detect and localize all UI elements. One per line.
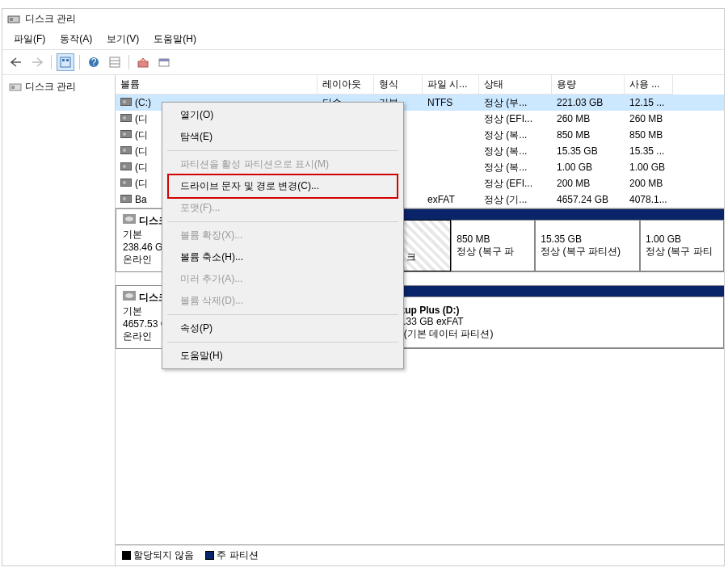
menu-item[interactable]: 볼륨 축소(H)...	[164, 246, 402, 268]
disk-icon	[123, 214, 136, 224]
tree-icon	[9, 82, 22, 93]
volume-icon	[120, 98, 132, 106]
volume-icon	[120, 114, 132, 122]
legend-swatch-blue	[205, 551, 214, 560]
volume-icon	[120, 130, 132, 138]
menu-item[interactable]: 도움말(H)	[164, 345, 402, 367]
col-filesystem[interactable]: 파일 시...	[423, 75, 479, 95]
menu-item[interactable]: 속성(P)	[164, 317, 402, 339]
svg-rect-12	[159, 59, 169, 61]
tree-item-disk-management[interactable]: 디스크 관리	[6, 78, 112, 95]
col-capacity[interactable]: 용량	[552, 75, 625, 95]
col-free[interactable]: 사용 ...	[625, 75, 673, 95]
menu-item: 포맷(F)...	[164, 197, 402, 219]
menu-item: 볼륨 삭제(D)...	[164, 290, 402, 312]
partition[interactable]: 15.35 GB정상 (복구 파티션)	[535, 220, 640, 271]
disk-icon	[123, 291, 136, 301]
menu-item[interactable]: 드라이브 문자 및 경로 변경(C)...	[164, 175, 402, 197]
toolbar: ?	[2, 50, 724, 75]
svg-rect-10	[138, 61, 148, 67]
menu-separator	[167, 221, 398, 222]
menu-help[interactable]: 도움말(H)	[147, 31, 203, 48]
menu-view[interactable]: 보기(V)	[100, 31, 145, 48]
legend-primary: 주 파티션	[205, 549, 258, 562]
toolbar-separator	[51, 55, 52, 69]
svg-text:?: ?	[91, 57, 97, 68]
legend: 할당되지 않음 주 파티션	[116, 544, 724, 565]
menubar: 파일(F) 동작(A) 보기(V) 도움말(H)	[2, 29, 724, 50]
app-icon	[7, 13, 20, 26]
legend-unallocated-label: 할당되지 않음	[133, 549, 194, 561]
refresh-button[interactable]	[134, 53, 152, 71]
col-status[interactable]: 상태	[479, 75, 552, 95]
view-button[interactable]	[57, 53, 74, 71]
menu-separator	[167, 150, 398, 151]
svg-rect-2	[61, 57, 70, 67]
titlebar: 디스크 관리	[2, 9, 724, 29]
context-menu: 열기(O)탐색(E)파티션을 활성 파티션으로 표시(M)드라이브 문자 및 경…	[162, 102, 404, 369]
toolbar-separator	[79, 55, 80, 69]
volume-icon	[120, 146, 132, 154]
svg-rect-4	[66, 59, 69, 61]
column-headers: 볼륨 레이아웃 형식 파일 시... 상태 용량 사용 ...	[116, 75, 724, 95]
volume-icon	[120, 179, 132, 187]
help-button[interactable]: ?	[85, 53, 103, 71]
highlight-box	[167, 174, 398, 199]
window-title: 디스크 관리	[25, 12, 76, 26]
forward-button[interactable]	[28, 53, 46, 71]
menu-item[interactable]: 탐색(E)	[164, 126, 402, 148]
svg-rect-3	[62, 59, 65, 61]
menu-item: 미러 추가(A)...	[164, 268, 402, 290]
menu-action[interactable]: 동작(A)	[53, 31, 99, 48]
svg-rect-14	[11, 86, 15, 89]
menu-separator	[167, 314, 398, 315]
list-button[interactable]	[106, 53, 124, 71]
legend-primary-label: 주 파티션	[217, 549, 258, 561]
menu-item: 볼륨 확장(X)...	[164, 225, 402, 246]
back-button[interactable]	[7, 53, 25, 71]
svg-rect-7	[110, 57, 120, 67]
menu-separator	[167, 342, 398, 343]
volume-icon	[120, 195, 132, 203]
volume-icon	[120, 162, 132, 170]
svg-rect-1	[10, 18, 13, 21]
tree-label: 디스크 관리	[25, 80, 76, 94]
menu-file[interactable]: 파일(F)	[7, 31, 52, 48]
legend-unallocated: 할당되지 않음	[122, 549, 194, 562]
col-volume[interactable]: 볼륨	[116, 75, 318, 95]
menu-item[interactable]: 열기(O)	[164, 104, 402, 126]
legend-swatch-black	[122, 551, 131, 560]
toolbar-separator	[128, 55, 129, 69]
properties-button[interactable]	[155, 53, 173, 71]
partition[interactable]: Backup Plus (D:)4657.33 GB exFAT정상 (기본 데…	[377, 296, 725, 348]
col-type[interactable]: 형식	[374, 75, 423, 95]
partition[interactable]: 1.00 GB정상 (복구 파티	[640, 220, 724, 271]
tree-pane: 디스크 관리	[2, 75, 116, 565]
col-layout[interactable]: 레이아웃	[318, 75, 374, 95]
partition[interactable]: 850 MB정상 (복구 파	[451, 220, 535, 271]
menu-item: 파티션을 활성 파티션으로 표시(M)	[164, 153, 402, 175]
